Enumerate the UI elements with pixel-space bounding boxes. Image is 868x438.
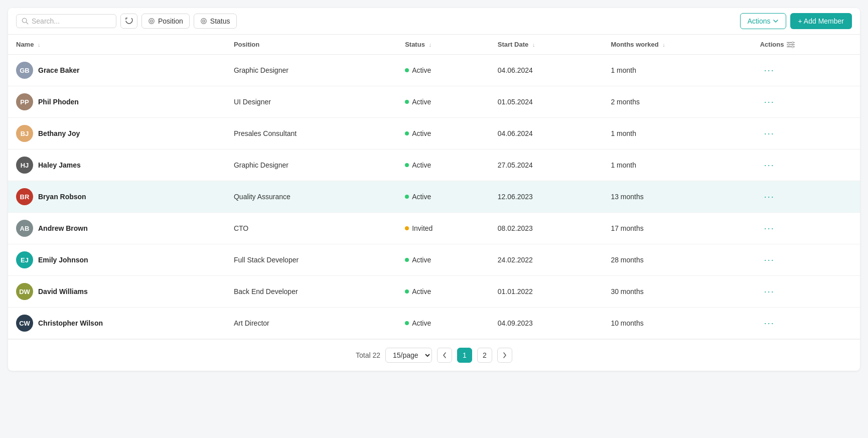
- row-more-button-6[interactable]: ···: [760, 221, 779, 236]
- status-value-4: Active: [412, 161, 431, 169]
- avatar-2: PP: [16, 93, 33, 110]
- cell-months-3: 1 month: [603, 118, 752, 150]
- cell-actions-6: ···: [752, 213, 860, 244]
- svg-point-2: [149, 19, 155, 24]
- cell-position-5: Quality Assurance: [226, 181, 397, 213]
- cell-status-5: Active: [397, 181, 490, 213]
- col-header-actions: Actions: [752, 35, 860, 55]
- months-value-6: 17 months: [611, 224, 643, 232]
- member-name-7: Emily Johnson: [38, 256, 88, 264]
- svg-rect-9: [792, 41, 793, 44]
- position-value-9: Art Director: [234, 319, 269, 327]
- cell-months-4: 1 month: [603, 150, 752, 181]
- member-name-5: Bryan Robson: [38, 193, 86, 201]
- status-value-3: Active: [412, 129, 431, 137]
- position-value-8: Back End Developer: [234, 287, 298, 296]
- status-value-7: Active: [412, 256, 431, 264]
- status-dot-2: [405, 100, 409, 104]
- row-more-button-1[interactable]: ···: [760, 63, 779, 78]
- column-settings-icon: [787, 41, 795, 48]
- cell-months-9: 10 months: [603, 308, 752, 339]
- avatar-initials-3: BJ: [21, 130, 29, 137]
- cell-actions-9: ···: [752, 308, 860, 339]
- cell-position-4: Graphic Designer: [226, 150, 397, 181]
- avatar-1: GB: [16, 62, 33, 79]
- start-date-value-3: 04.06.2024: [498, 129, 533, 137]
- position-value-5: Quality Assurance: [234, 193, 291, 201]
- page-1-button[interactable]: 1: [457, 348, 472, 363]
- cell-actions-7: ···: [752, 244, 860, 276]
- svg-point-3: [151, 20, 153, 22]
- status-dot-6: [405, 226, 409, 230]
- status-dot-7: [405, 258, 409, 262]
- next-page-icon: [503, 352, 507, 358]
- cell-months-2: 2 months: [603, 86, 752, 118]
- start-date-value-8: 01.01.2022: [498, 287, 533, 296]
- months-value-3: 1 month: [611, 129, 636, 137]
- svg-rect-11: [792, 45, 793, 48]
- pagination-total: Total 22: [356, 351, 380, 359]
- row-more-button-4[interactable]: ···: [760, 158, 779, 173]
- status-dot-1: [405, 68, 409, 72]
- row-more-button-2[interactable]: ···: [760, 95, 779, 109]
- start-date-value-9: 04.09.2023: [498, 319, 533, 327]
- add-member-label: + Add Member: [798, 17, 844, 25]
- actions-button[interactable]: Actions: [740, 13, 786, 29]
- position-filter-button[interactable]: Position: [141, 14, 190, 29]
- status-filter-button[interactable]: Status: [194, 14, 237, 29]
- table-row: BJ Bethany Joy Presales Consultant Activ…: [8, 118, 860, 150]
- cell-name-8: DW David Williams: [8, 276, 226, 308]
- position-value-6: CTO: [234, 224, 248, 232]
- search-icon: [22, 18, 29, 25]
- position-value-7: Full Stack Developer: [234, 256, 299, 264]
- cell-start-date-2: 01.05.2024: [490, 86, 603, 118]
- months-value-1: 1 month: [611, 66, 636, 74]
- col-name-label: Name: [16, 41, 34, 48]
- cell-months-6: 17 months: [603, 213, 752, 244]
- member-name-8: David Williams: [38, 287, 88, 296]
- cell-status-1: Active: [397, 55, 490, 86]
- refresh-button[interactable]: [120, 14, 137, 29]
- avatar-7: EJ: [16, 251, 33, 268]
- search-wrapper: [16, 14, 116, 28]
- row-more-button-8[interactable]: ···: [760, 284, 779, 299]
- cell-name-2: PP Phil Phoden: [8, 86, 226, 118]
- col-header-months-worked: Months worked ↓: [603, 35, 752, 55]
- cell-actions-2: ···: [752, 86, 860, 118]
- row-more-button-9[interactable]: ···: [760, 316, 779, 331]
- cell-status-6: Invited: [397, 213, 490, 244]
- prev-page-button[interactable]: [437, 348, 452, 363]
- page-size-select[interactable]: 15/page 25/page 50/page: [385, 348, 432, 363]
- cell-months-5: 13 months: [603, 181, 752, 213]
- main-container: Position Status Actions + Add Member Nam…: [8, 8, 860, 371]
- avatar-initials-2: PP: [20, 98, 29, 106]
- row-more-button-7[interactable]: ···: [760, 253, 779, 267]
- start-date-value-7: 24.02.2022: [498, 256, 533, 264]
- add-member-button[interactable]: + Add Member: [790, 13, 852, 29]
- member-name-6: Andrew Brown: [38, 224, 88, 232]
- cell-start-date-6: 08.02.2023: [490, 213, 603, 244]
- start-date-value-4: 27.05.2024: [498, 161, 533, 169]
- cell-months-7: 28 months: [603, 244, 752, 276]
- col-months-worked-label: Months worked: [611, 41, 658, 48]
- col-header-name: Name ↓: [8, 35, 226, 55]
- search-input[interactable]: [32, 17, 107, 25]
- col-actions-label: Actions: [760, 41, 784, 48]
- avatar-6: AB: [16, 220, 33, 237]
- members-table: Name ↓ Position Status ↓ Start Date ↓ Mo…: [8, 35, 860, 339]
- position-value-2: UI Designer: [234, 98, 271, 106]
- page-2-button[interactable]: 2: [477, 348, 492, 363]
- cell-status-8: Active: [397, 276, 490, 308]
- cell-position-7: Full Stack Developer: [226, 244, 397, 276]
- next-page-button[interactable]: [497, 348, 512, 363]
- table-body: GB Grace Baker Graphic Designer Active 0…: [8, 55, 860, 339]
- cell-name-6: AB Andrew Brown: [8, 213, 226, 244]
- svg-line-1: [26, 22, 28, 24]
- position-filter-icon: [148, 18, 155, 25]
- cell-actions-8: ···: [752, 276, 860, 308]
- row-more-button-5[interactable]: ···: [760, 190, 779, 204]
- cell-position-8: Back End Developer: [226, 276, 397, 308]
- refresh-icon: [125, 17, 133, 25]
- row-more-button-3[interactable]: ···: [760, 126, 779, 141]
- cell-start-date-7: 24.02.2022: [490, 244, 603, 276]
